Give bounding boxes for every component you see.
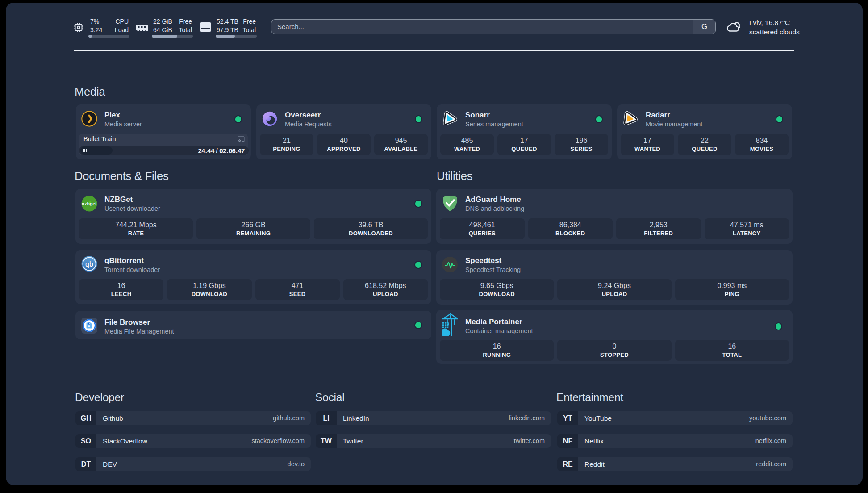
svg-text:qb: qb <box>85 260 93 268</box>
svg-text:nzbget: nzbget <box>82 201 97 206</box>
